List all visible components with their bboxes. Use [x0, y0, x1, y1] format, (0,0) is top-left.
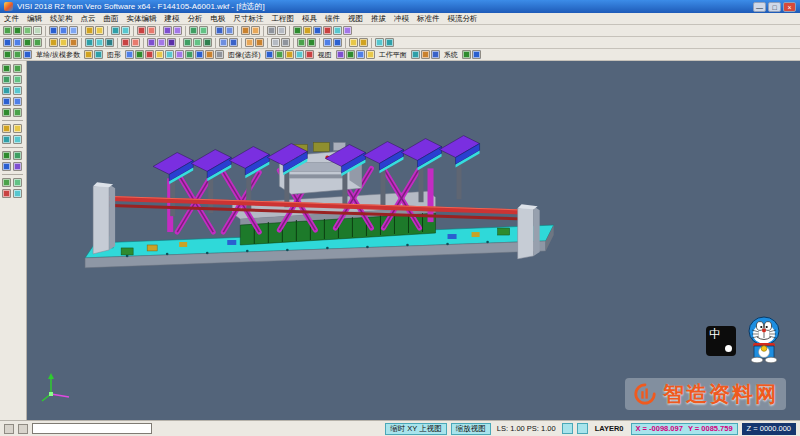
toolbar-icon[interactable]: [205, 50, 214, 59]
toolbar-icon[interactable]: [125, 50, 134, 59]
toolbar-icon[interactable]: [251, 26, 260, 35]
layer-field[interactable]: LAYER0: [592, 424, 627, 433]
toolbar-icon[interactable]: [84, 50, 93, 59]
command-input[interactable]: [32, 423, 152, 434]
toolbar-icon[interactable]: [33, 38, 42, 47]
toolbar-icon[interactable]: [13, 86, 22, 95]
toolbar-icon[interactable]: [13, 75, 22, 84]
toolbar-icon[interactable]: [215, 26, 224, 35]
toolbar-icon[interactable]: [131, 38, 140, 47]
toolbar-icon[interactable]: [147, 26, 156, 35]
toolbar-icon[interactable]: [85, 26, 94, 35]
toolbar-icon[interactable]: [2, 97, 11, 106]
toolbar-icon[interactable]: [2, 162, 11, 171]
status-view-button[interactable]: [562, 423, 573, 434]
menu-item[interactable]: 镶件: [321, 14, 344, 24]
toolbar-icon[interactable]: [219, 38, 228, 47]
menu-item[interactable]: 标准件: [413, 14, 444, 24]
toolbar-icon[interactable]: [349, 38, 358, 47]
toolbar-icon[interactable]: [49, 26, 58, 35]
toolbar-icon[interactable]: [121, 26, 130, 35]
toolbar-icon[interactable]: [2, 151, 11, 160]
toolbar-icon[interactable]: [137, 26, 146, 35]
toolbar-icon[interactable]: [135, 50, 144, 59]
menu-item[interactable]: 模具: [298, 14, 321, 24]
toolbar-icon[interactable]: [13, 124, 22, 133]
menu-item[interactable]: 推拔: [367, 14, 390, 24]
toolbar-icon[interactable]: [277, 26, 286, 35]
toolbar-icon[interactable]: [13, 178, 22, 187]
toolbar-icon[interactable]: [13, 38, 22, 47]
menu-item[interactable]: 线架构: [46, 14, 77, 24]
toolbar-icon[interactable]: [359, 38, 368, 47]
toolbar-icon[interactable]: [59, 26, 68, 35]
toolbar-icon[interactable]: [111, 26, 120, 35]
toolbar-icon[interactable]: [421, 50, 430, 59]
menu-item[interactable]: 点云: [77, 14, 100, 24]
toolbar-icon[interactable]: [333, 26, 342, 35]
toolbar-icon[interactable]: [323, 38, 332, 47]
menu-item[interactable]: 建模: [161, 14, 184, 24]
toolbar-icon[interactable]: [295, 50, 304, 59]
menu-item[interactable]: 电极: [207, 14, 230, 24]
toolbar-icon[interactable]: [165, 50, 174, 59]
toolbar-icon[interactable]: [163, 26, 172, 35]
toolbar-icon[interactable]: [303, 26, 312, 35]
close-button[interactable]: ×: [783, 2, 796, 12]
toolbar-group-label[interactable]: 系统: [441, 50, 461, 60]
toolbar-icon[interactable]: [285, 50, 294, 59]
toolbar-icon[interactable]: [173, 26, 182, 35]
menu-item[interactable]: 尺寸标注: [230, 14, 268, 24]
toolbar-group-label[interactable]: 视图: [315, 50, 335, 60]
toolbar-icon[interactable]: [2, 124, 11, 133]
toolbar-icon[interactable]: [275, 50, 284, 59]
menu-item[interactable]: 实体编辑: [123, 14, 161, 24]
menu-item[interactable]: 曲面: [100, 14, 123, 24]
toolbar-icon[interactable]: [167, 38, 176, 47]
toolbar-icon[interactable]: [193, 38, 202, 47]
toolbar-icon[interactable]: [472, 50, 481, 59]
toolbar-icon[interactable]: [356, 50, 365, 59]
toolbar-icon[interactable]: [13, 108, 22, 117]
toolbar-group-label[interactable]: 图形: [104, 50, 124, 60]
toolbar-icon[interactable]: [195, 50, 204, 59]
toolbar-icon[interactable]: [245, 38, 254, 47]
toolbar-icon[interactable]: [199, 26, 208, 35]
toolbar-icon[interactable]: [293, 26, 302, 35]
toolbar-icon[interactable]: [23, 38, 32, 47]
toolbar-icon[interactable]: [307, 38, 316, 47]
toolbar-icon[interactable]: [175, 50, 184, 59]
toolbar-icon[interactable]: [2, 108, 11, 117]
toolbar-icon[interactable]: [2, 86, 11, 95]
toolbar-icon[interactable]: [13, 151, 22, 160]
toolbar-icon[interactable]: [147, 38, 156, 47]
toolbar-icon[interactable]: [69, 38, 78, 47]
toolbar-icon[interactable]: [105, 38, 114, 47]
toolbar-icon[interactable]: [23, 50, 32, 59]
toolbar-icon[interactable]: [95, 26, 104, 35]
menu-item[interactable]: 编辑: [23, 14, 46, 24]
toolbar-icon[interactable]: [49, 38, 58, 47]
toolbar-icon[interactable]: [462, 50, 471, 59]
toolbar-icon[interactable]: [431, 50, 440, 59]
toolbar-icon[interactable]: [157, 38, 166, 47]
toolbar-icon[interactable]: [185, 50, 194, 59]
maximize-button[interactable]: □: [768, 2, 781, 12]
toolbar-icon[interactable]: [281, 38, 290, 47]
toolbar-icon[interactable]: [305, 50, 314, 59]
toolbar-icon[interactable]: [2, 135, 11, 144]
toolbar-icon[interactable]: [336, 50, 345, 59]
toolbar-icon[interactable]: [3, 26, 12, 35]
toolbar-icon[interactable]: [145, 50, 154, 59]
menu-item[interactable]: 分析: [184, 14, 207, 24]
toolbar-icon[interactable]: [333, 38, 342, 47]
menu-item[interactable]: 工程图: [268, 14, 299, 24]
toolbar-icon[interactable]: [95, 38, 104, 47]
toolbar-icon[interactable]: [23, 26, 32, 35]
zoom-view-field[interactable]: 缩放视图: [451, 423, 491, 435]
toolbar-icon[interactable]: [323, 26, 332, 35]
toolbar-icon[interactable]: [241, 26, 250, 35]
toolbar-icon[interactable]: [385, 38, 394, 47]
status-tool-icon[interactable]: [4, 424, 14, 434]
toolbar-icon[interactable]: [13, 97, 22, 106]
